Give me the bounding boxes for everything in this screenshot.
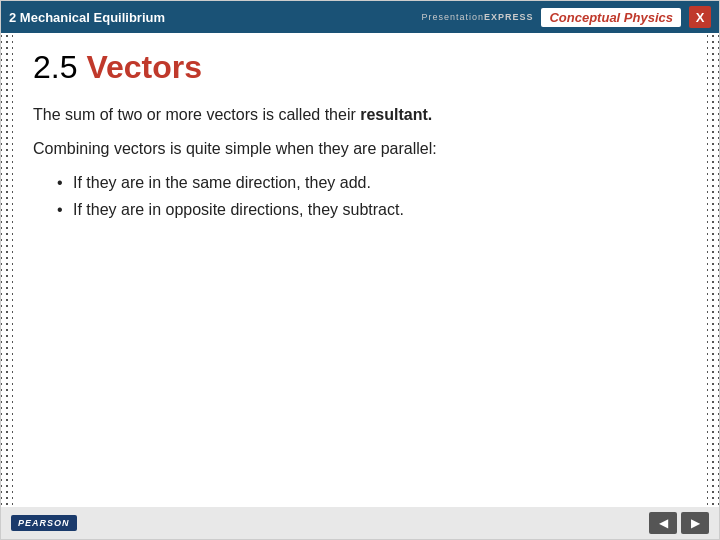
pe-top-label: PresentationEXPRESS xyxy=(421,12,533,22)
paragraph1: The sum of two or more vectors is called… xyxy=(33,102,687,128)
title-word: Vectors xyxy=(86,49,202,85)
slide-title: 2.5 Vectors xyxy=(33,49,687,86)
bottom-bar: PEARSON ◀ ▶ xyxy=(1,507,719,539)
top-bar-right: PresentationEXPRESS Conceptual Physics X xyxy=(421,6,711,28)
pe-express-label: EXPRESS xyxy=(484,12,534,22)
pearson-logo: PEARSON xyxy=(11,515,77,531)
right-decoration xyxy=(707,33,719,507)
presentation-express: PresentationEXPRESS xyxy=(421,12,533,22)
paragraph2: Combining vectors is quite simple when t… xyxy=(33,136,687,162)
bullet-item-1: If they are in the same direction, they … xyxy=(57,169,687,196)
paragraph1-text: The sum of two or more vectors is called… xyxy=(33,106,360,123)
bullet-item-2: If they are in opposite directions, they… xyxy=(57,196,687,223)
top-bar: 2 Mechanical Equilibrium PresentationEXP… xyxy=(1,1,719,33)
title-number: 2.5 xyxy=(33,49,77,85)
nav-back-button[interactable]: ◀ xyxy=(649,512,677,534)
bullet1-text: If they are in the same direction, they … xyxy=(73,174,371,191)
nav-buttons: ◀ ▶ xyxy=(649,512,709,534)
bullet2-text: If they are in opposite directions, they… xyxy=(73,201,404,218)
bullet-list: If they are in the same direction, they … xyxy=(57,169,687,223)
close-button[interactable]: X xyxy=(689,6,711,28)
brand-label: Conceptual Physics xyxy=(541,8,681,27)
nav-forward-button[interactable]: ▶ xyxy=(681,512,709,534)
content-area: 2.5 Vectors The sum of two or more vecto… xyxy=(13,33,707,507)
chapter-label: 2 Mechanical Equilibrium xyxy=(9,10,165,25)
slide-container: 2 Mechanical Equilibrium PresentationEXP… xyxy=(0,0,720,540)
paragraph1-bold: resultant. xyxy=(360,106,432,123)
left-decoration xyxy=(1,33,13,507)
